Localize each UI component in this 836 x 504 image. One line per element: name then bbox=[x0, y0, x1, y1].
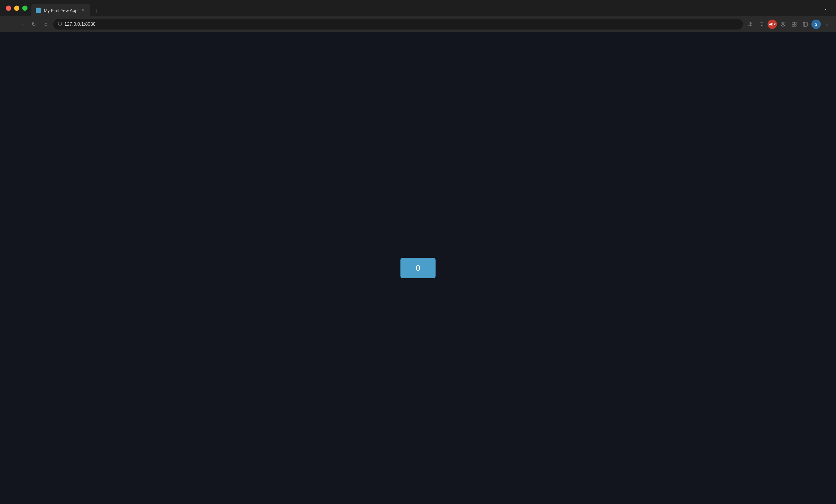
abp-avatar[interactable]: ABP bbox=[767, 20, 777, 29]
tab-dropdown-button[interactable]: ⌄ bbox=[821, 3, 830, 13]
toolbar-right: ABP bbox=[745, 19, 832, 29]
more-button[interactable] bbox=[822, 19, 832, 29]
svg-point-0 bbox=[37, 9, 40, 12]
svg-rect-8 bbox=[792, 24, 794, 26]
svg-point-13 bbox=[826, 24, 828, 24]
browser-chrome: My First Yew App × + ⌄ ← → ↻ ⌂ 127.0.0.1… bbox=[0, 0, 836, 32]
active-tab[interactable]: My First Yew App × bbox=[31, 4, 90, 16]
abp-label: ABP bbox=[769, 22, 776, 26]
page-content: 0 bbox=[0, 32, 836, 504]
svg-point-5 bbox=[782, 23, 784, 24]
tab-list: My First Yew App × + bbox=[31, 0, 821, 16]
bookmark-button[interactable] bbox=[756, 19, 766, 29]
forward-button[interactable]: → bbox=[16, 19, 26, 29]
home-button[interactable]: ⌂ bbox=[41, 19, 51, 29]
extensions-button[interactable] bbox=[789, 19, 799, 29]
counter-value: 0 bbox=[416, 264, 420, 273]
avatar-letter: S bbox=[815, 22, 817, 26]
tab-close-button[interactable]: × bbox=[80, 7, 86, 13]
address-bar: ← → ↻ ⌂ 127.0.0.1:8080 bbox=[0, 16, 836, 32]
sidebar-button[interactable] bbox=[800, 19, 810, 29]
tab-title: My First Yew App bbox=[44, 8, 77, 13]
address-input[interactable]: 127.0.0.1:8080 bbox=[53, 19, 743, 30]
user-avatar[interactable]: S bbox=[812, 20, 821, 29]
back-button[interactable]: ← bbox=[4, 19, 14, 29]
share-button[interactable] bbox=[745, 19, 755, 29]
counter-button[interactable]: 0 bbox=[400, 258, 436, 278]
svg-point-14 bbox=[826, 25, 828, 26]
secure-icon bbox=[58, 22, 62, 26]
svg-point-12 bbox=[826, 22, 828, 23]
close-traffic-light[interactable] bbox=[6, 5, 11, 11]
tab-favicon bbox=[36, 7, 41, 13]
tab-bar: My First Yew App × + ⌄ bbox=[0, 0, 836, 16]
reload-button[interactable]: ↻ bbox=[28, 19, 39, 29]
maximize-traffic-light[interactable] bbox=[22, 5, 27, 11]
tab-bar-right: ⌄ bbox=[821, 3, 834, 13]
svg-rect-7 bbox=[795, 22, 796, 24]
svg-rect-9 bbox=[795, 24, 796, 26]
traffic-lights bbox=[2, 5, 31, 11]
svg-rect-6 bbox=[792, 22, 794, 24]
svg-rect-10 bbox=[803, 22, 808, 26]
profile-manager-button[interactable] bbox=[778, 19, 788, 29]
url-text: 127.0.0.1:8080 bbox=[64, 22, 738, 27]
new-tab-button[interactable]: + bbox=[92, 6, 102, 16]
minimize-traffic-light[interactable] bbox=[14, 5, 19, 11]
svg-point-3 bbox=[60, 24, 60, 25]
